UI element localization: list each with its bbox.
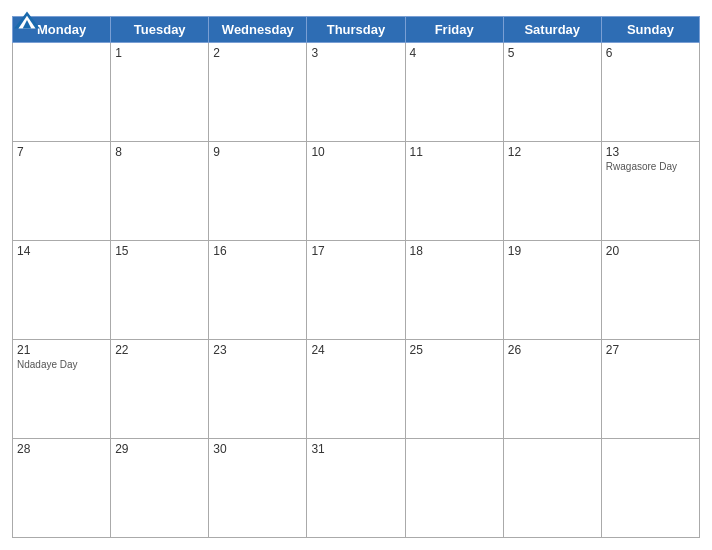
date-number: 14 xyxy=(17,244,106,258)
logo xyxy=(12,10,42,32)
calendar-table: MondayTuesdayWednesdayThursdayFridaySatu… xyxy=(12,16,700,538)
date-number: 26 xyxy=(508,343,597,357)
date-number: 12 xyxy=(508,145,597,159)
date-number: 31 xyxy=(311,442,400,456)
date-number: 10 xyxy=(311,145,400,159)
date-number: 7 xyxy=(17,145,106,159)
calendar-cell xyxy=(503,439,601,538)
date-number: 6 xyxy=(606,46,695,60)
calendar-cell: 17 xyxy=(307,241,405,340)
date-number: 4 xyxy=(410,46,499,60)
date-number: 27 xyxy=(606,343,695,357)
date-number: 18 xyxy=(410,244,499,258)
weekday-header-tuesday: Tuesday xyxy=(111,17,209,43)
calendar-cell: 8 xyxy=(111,142,209,241)
calendar-cell: 1 xyxy=(111,43,209,142)
date-number: 24 xyxy=(311,343,400,357)
calendar-cell: 9 xyxy=(209,142,307,241)
calendar-cell: 23 xyxy=(209,340,307,439)
calendar-cell: 10 xyxy=(307,142,405,241)
calendar-cell: 26 xyxy=(503,340,601,439)
calendar-cell: 11 xyxy=(405,142,503,241)
calendar-cell: 18 xyxy=(405,241,503,340)
calendar-week-row: 21Ndadaye Day222324252627 xyxy=(13,340,700,439)
date-number: 19 xyxy=(508,244,597,258)
date-number: 15 xyxy=(115,244,204,258)
calendar-cell: 6 xyxy=(601,43,699,142)
date-number: 16 xyxy=(213,244,302,258)
date-number: 9 xyxy=(213,145,302,159)
weekday-header-saturday: Saturday xyxy=(503,17,601,43)
weekday-header-row: MondayTuesdayWednesdayThursdayFridaySatu… xyxy=(13,17,700,43)
calendar-cell: 29 xyxy=(111,439,209,538)
date-number: 5 xyxy=(508,46,597,60)
weekday-header-wednesday: Wednesday xyxy=(209,17,307,43)
date-number: 28 xyxy=(17,442,106,456)
calendar-week-row: 123456 xyxy=(13,43,700,142)
date-number: 20 xyxy=(606,244,695,258)
date-number: 17 xyxy=(311,244,400,258)
calendar-cell xyxy=(405,439,503,538)
date-number: 3 xyxy=(311,46,400,60)
calendar-cell: 3 xyxy=(307,43,405,142)
calendar-cell: 21Ndadaye Day xyxy=(13,340,111,439)
calendar-cell: 16 xyxy=(209,241,307,340)
calendar-cell: 7 xyxy=(13,142,111,241)
calendar-cell: 15 xyxy=(111,241,209,340)
calendar-cell: 19 xyxy=(503,241,601,340)
calendar-cell xyxy=(13,43,111,142)
date-number: 11 xyxy=(410,145,499,159)
date-number: 1 xyxy=(115,46,204,60)
holiday-label: Rwagasore Day xyxy=(606,161,695,172)
calendar-cell: 31 xyxy=(307,439,405,538)
holiday-label: Ndadaye Day xyxy=(17,359,106,370)
calendar-cell: 24 xyxy=(307,340,405,439)
calendar-cell: 12 xyxy=(503,142,601,241)
calendar-cell: 13Rwagasore Day xyxy=(601,142,699,241)
calendar-cell: 5 xyxy=(503,43,601,142)
date-number: 22 xyxy=(115,343,204,357)
calendar-cell: 25 xyxy=(405,340,503,439)
calendar-cell: 4 xyxy=(405,43,503,142)
date-number: 8 xyxy=(115,145,204,159)
date-number: 30 xyxy=(213,442,302,456)
calendar-cell xyxy=(601,439,699,538)
date-number: 25 xyxy=(410,343,499,357)
calendar-cell: 2 xyxy=(209,43,307,142)
weekday-header-sunday: Sunday xyxy=(601,17,699,43)
calendar-cell: 20 xyxy=(601,241,699,340)
calendar-cell: 27 xyxy=(601,340,699,439)
date-number: 23 xyxy=(213,343,302,357)
calendar-cell: 28 xyxy=(13,439,111,538)
calendar-cell: 30 xyxy=(209,439,307,538)
date-number: 21 xyxy=(17,343,106,357)
date-number: 2 xyxy=(213,46,302,60)
calendar-cell: 14 xyxy=(13,241,111,340)
calendar-week-row: 78910111213Rwagasore Day xyxy=(13,142,700,241)
weekday-header-thursday: Thursday xyxy=(307,17,405,43)
calendar-cell: 22 xyxy=(111,340,209,439)
calendar-container: MondayTuesdayWednesdayThursdayFridaySatu… xyxy=(0,0,712,550)
date-number: 13 xyxy=(606,145,695,159)
date-number: 29 xyxy=(115,442,204,456)
calendar-week-row: 14151617181920 xyxy=(13,241,700,340)
weekday-header-friday: Friday xyxy=(405,17,503,43)
calendar-week-row: 28293031 xyxy=(13,439,700,538)
